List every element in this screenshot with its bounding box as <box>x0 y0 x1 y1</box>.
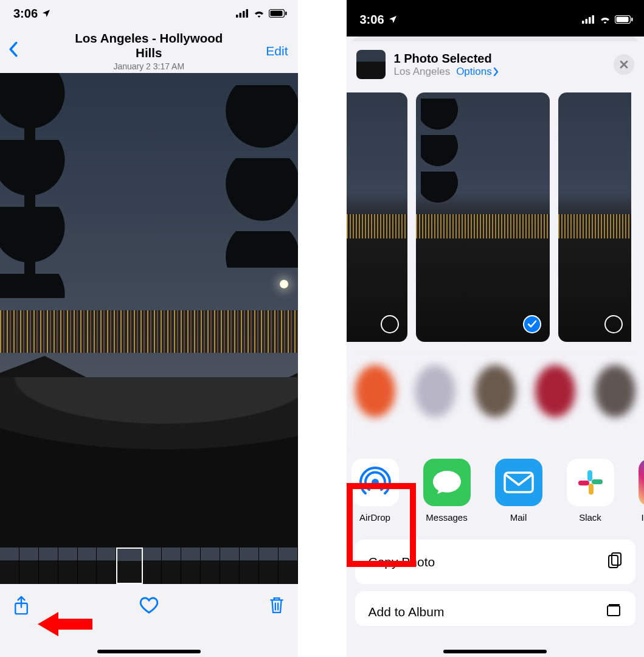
svg-rect-12 <box>589 17 591 24</box>
share-button[interactable] <box>13 595 29 618</box>
contact-avatar[interactable] <box>595 365 635 417</box>
thumbnail[interactable] <box>0 548 19 584</box>
wifi-icon <box>253 9 265 18</box>
close-button[interactable] <box>614 54 634 75</box>
share-contacts-row[interactable] <box>347 354 645 445</box>
svg-rect-1 <box>239 13 241 18</box>
contact-avatar[interactable] <box>535 365 576 417</box>
status-bar: 3:06 <box>0 0 298 29</box>
battery-icon <box>269 9 287 18</box>
contact-avatar[interactable] <box>355 365 396 417</box>
status-time: 3:06 <box>13 7 38 21</box>
bottom-toolbar <box>0 584 298 629</box>
share-header-thumbnail <box>356 50 386 79</box>
photo-subtitle: January 2 3:17 AM <box>74 61 223 71</box>
action-copy-photo[interactable]: Copy Photo <box>355 540 636 584</box>
thumbnail[interactable] <box>240 548 259 584</box>
contact-avatar[interactable] <box>415 365 455 417</box>
share-photo-preview[interactable] <box>347 92 407 342</box>
svg-rect-2 <box>243 11 245 18</box>
copy-icon <box>608 552 622 572</box>
share-location: Los Angeles <box>394 66 451 78</box>
svg-rect-16 <box>631 18 633 21</box>
svg-rect-10 <box>582 21 584 24</box>
photo-main[interactable] <box>0 73 298 548</box>
action-label: Add to Album <box>369 605 445 619</box>
thumbnail[interactable] <box>19 548 39 584</box>
selection-circle-checked[interactable] <box>523 315 541 333</box>
app-messages[interactable]: Messages <box>423 459 471 523</box>
svg-rect-19 <box>587 470 592 481</box>
battery-icon <box>615 15 633 24</box>
trash-button[interactable] <box>269 596 285 617</box>
share-apps-row: AirDrop Messages Mail Slack Ins <box>347 445 645 534</box>
svg-rect-3 <box>246 9 248 18</box>
nav-title-block: Los Angeles - Hollywood Hills January 2 … <box>74 31 223 71</box>
left-phone-frame: 3:06 Los Angeles - Hollywood Hills Janua… <box>0 0 298 657</box>
app-mail[interactable]: Mail <box>495 459 542 523</box>
cellular-icon <box>236 9 249 18</box>
share-photo-preview-selected[interactable] <box>416 92 550 342</box>
thumbnail[interactable] <box>97 548 116 584</box>
thumbnail[interactable] <box>162 548 181 584</box>
action-add-to-album[interactable]: Add to Album <box>355 591 636 626</box>
svg-rect-11 <box>586 19 588 24</box>
share-photo-row[interactable] <box>347 88 645 354</box>
thumbnail-strip[interactable] <box>0 548 298 584</box>
slack-icon <box>567 459 614 506</box>
share-header: 1 Photo Selected Los Angeles Options <box>347 41 645 88</box>
svg-point-17 <box>372 479 379 486</box>
thumbnail[interactable] <box>78 548 97 584</box>
mail-icon <box>495 459 542 506</box>
app-airdrop[interactable]: AirDrop <box>351 459 399 523</box>
share-photo-preview[interactable] <box>558 92 631 342</box>
thumbnail[interactable] <box>220 548 240 584</box>
app-label: Messages <box>426 512 467 523</box>
selection-circle[interactable] <box>381 315 399 333</box>
thumbnail[interactable] <box>259 548 279 584</box>
edit-button[interactable]: Edit <box>266 44 288 58</box>
wifi-icon <box>599 15 611 24</box>
instagram-icon <box>639 459 645 506</box>
nav-bar: Los Angeles - Hollywood Hills January 2 … <box>0 29 298 73</box>
selection-circle[interactable] <box>604 315 623 333</box>
share-options-button[interactable]: Options <box>456 66 499 78</box>
airdrop-icon <box>351 459 399 506</box>
back-button[interactable] <box>9 41 18 61</box>
thumbnail[interactable] <box>279 548 298 584</box>
contact-avatar[interactable] <box>475 365 516 417</box>
thumbnail[interactable] <box>181 548 201 584</box>
check-icon <box>527 320 537 328</box>
app-instagram[interactable]: Ins <box>639 459 645 523</box>
status-bar: 3:06 <box>347 0 645 36</box>
chevron-right-icon <box>493 68 499 76</box>
status-time: 3:06 <box>360 13 384 27</box>
share-actions-list: Copy Photo Add to Album <box>347 534 645 626</box>
album-icon <box>606 603 622 620</box>
thumbnail[interactable] <box>201 548 220 584</box>
action-label: Copy Photo <box>369 555 435 569</box>
svg-rect-22 <box>578 481 589 485</box>
right-phone-frame: 3:06 1 Photo Selected Los Angeles Option… <box>347 0 645 657</box>
svg-rect-18 <box>505 473 533 492</box>
app-label: Mail <box>510 512 527 523</box>
thumbnail[interactable] <box>58 548 78 584</box>
app-slack[interactable]: Slack <box>567 459 614 523</box>
home-indicator[interactable] <box>443 650 547 653</box>
location-icon <box>41 9 51 18</box>
location-icon <box>388 15 398 24</box>
messages-icon <box>423 459 471 506</box>
favorite-button[interactable] <box>139 596 159 617</box>
app-label: AirDrop <box>359 512 390 523</box>
svg-rect-13 <box>592 15 595 24</box>
thumbnail[interactable] <box>39 548 58 584</box>
photo-title: Los Angeles - Hollywood Hills <box>74 31 223 60</box>
app-label: Ins <box>641 512 644 523</box>
svg-rect-20 <box>592 479 603 484</box>
svg-rect-6 <box>285 12 287 15</box>
home-indicator[interactable] <box>97 650 201 653</box>
thumbnail-selected[interactable] <box>116 548 142 584</box>
cellular-icon <box>582 15 595 24</box>
thumbnail[interactable] <box>143 548 162 584</box>
share-title: 1 Photo Selected <box>394 52 606 66</box>
